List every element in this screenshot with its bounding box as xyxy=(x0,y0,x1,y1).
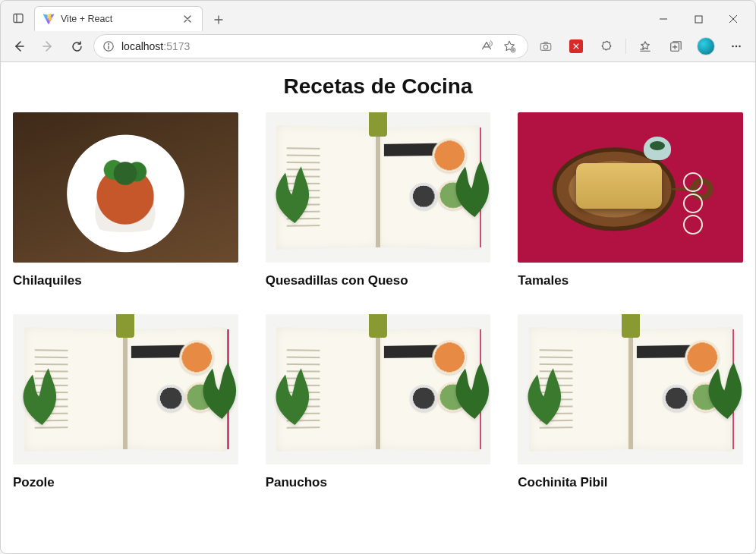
refresh-icon xyxy=(71,40,83,53)
recipe-title: Cochinita Pibil xyxy=(518,475,743,490)
tab-close-button[interactable] xyxy=(181,12,194,26)
recipe-card[interactable]: Cochinita Pibil xyxy=(518,314,743,490)
titlebar: Vite + React xyxy=(1,1,755,31)
close-icon xyxy=(184,15,191,23)
url-text: localhost:5173 xyxy=(121,40,470,52)
tab-active[interactable]: Vite + React xyxy=(34,6,203,31)
media-capture-button[interactable] xyxy=(533,34,559,58)
arrow-left-icon xyxy=(12,39,26,53)
arrow-right-icon xyxy=(41,39,55,53)
page-viewport[interactable]: Recetas de Cocina Chilaquiles Quesadilla… xyxy=(1,62,755,553)
url-host: localhost xyxy=(121,40,163,52)
profile-button[interactable] xyxy=(693,34,719,58)
window-maximize-button[interactable] xyxy=(681,7,716,31)
tab-actions-button[interactable] xyxy=(5,5,31,31)
avatar-icon xyxy=(697,37,715,55)
extension-red-icon xyxy=(569,39,583,53)
plus-icon xyxy=(214,15,223,24)
extension-red-button[interactable] xyxy=(563,34,589,58)
new-tab-button[interactable] xyxy=(207,8,230,31)
star-plus-icon xyxy=(502,39,516,53)
address-bar[interactable]: localhost:5173 xyxy=(93,34,528,58)
svg-point-12 xyxy=(739,46,741,48)
maximize-icon xyxy=(695,15,703,24)
star-list-icon xyxy=(638,39,652,53)
recipe-thumbnail xyxy=(13,112,238,263)
close-icon xyxy=(729,14,738,24)
minimize-icon xyxy=(659,14,668,24)
window-minimize-button[interactable] xyxy=(646,7,681,31)
svg-point-4 xyxy=(108,43,109,45)
recipe-card[interactable]: Tamales xyxy=(518,112,743,288)
recipe-thumbnail xyxy=(518,314,743,464)
window-close-button[interactable] xyxy=(716,7,751,31)
puzzle-icon xyxy=(600,39,613,53)
recipe-thumbnail xyxy=(518,112,743,263)
svg-point-7 xyxy=(543,45,547,49)
extensions-button[interactable] xyxy=(594,34,619,58)
nav-refresh-button[interactable] xyxy=(65,34,89,58)
svg-point-10 xyxy=(732,46,734,48)
more-horizontal-icon xyxy=(729,39,743,53)
browser-window: Vite + React xyxy=(0,0,756,554)
collections-button[interactable] xyxy=(663,34,688,58)
svg-point-11 xyxy=(736,46,738,48)
recipe-title: Quesadillas con Queso xyxy=(266,273,491,288)
svg-rect-2 xyxy=(695,16,702,23)
tab-strip: Vite + React xyxy=(5,5,230,31)
read-aloud-icon xyxy=(480,39,493,53)
toolbar-separator xyxy=(625,39,626,54)
recipe-title: Chilaquiles xyxy=(13,273,238,288)
favorites-button[interactable] xyxy=(632,34,658,58)
recipe-thumbnail xyxy=(266,112,491,263)
camera-icon xyxy=(539,39,553,53)
url-port: :5173 xyxy=(163,40,190,52)
vite-favicon-icon xyxy=(43,13,55,25)
recipe-title: Panuchos xyxy=(266,475,491,490)
toolbar: localhost:5173 xyxy=(1,31,755,62)
more-menu-button[interactable] xyxy=(723,34,749,58)
window-controls xyxy=(646,7,751,31)
info-icon xyxy=(102,40,115,52)
recipe-card[interactable]: Quesadillas con Queso xyxy=(266,112,491,288)
svg-rect-0 xyxy=(14,14,23,23)
recipe-card[interactable]: Chilaquiles xyxy=(13,112,238,288)
nav-forward-button[interactable] xyxy=(36,34,60,58)
nav-back-button[interactable] xyxy=(7,34,31,58)
tab-actions-icon xyxy=(12,12,24,24)
favorite-add-button[interactable] xyxy=(499,34,520,58)
page-title: Recetas de Cocina xyxy=(13,74,743,99)
read-aloud-button[interactable] xyxy=(476,34,497,58)
recipe-thumbnail xyxy=(13,314,238,464)
tab-title: Vite + React xyxy=(61,14,175,24)
recipe-card[interactable]: Pozole xyxy=(13,314,238,490)
collections-icon xyxy=(669,39,682,53)
site-info-button[interactable] xyxy=(102,39,115,53)
recipe-grid: Chilaquiles Quesadillas con Queso Tamale… xyxy=(13,112,743,490)
recipe-title: Tamales xyxy=(518,273,743,288)
recipe-title: Pozole xyxy=(13,475,238,490)
recipe-thumbnail xyxy=(266,314,491,464)
recipe-card[interactable]: Panuchos xyxy=(266,314,491,490)
